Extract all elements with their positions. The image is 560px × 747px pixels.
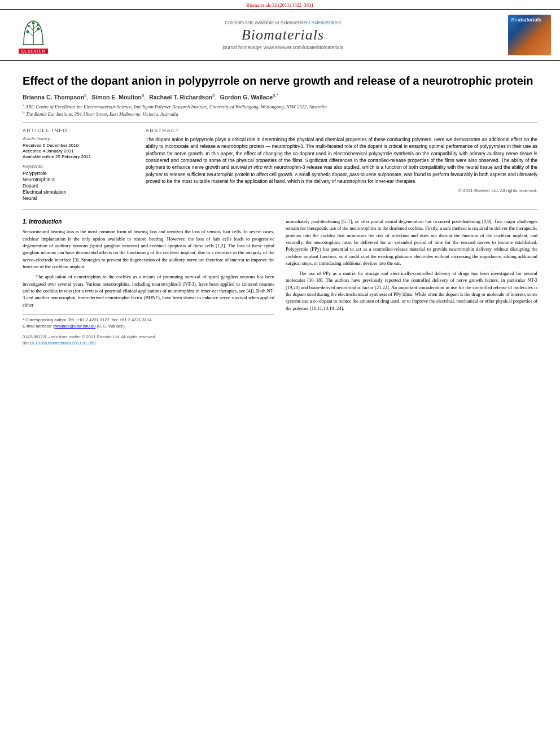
- body-col-right: immediately post-deafening [5–7], or aft…: [286, 218, 537, 346]
- affiliations: a ARC Centre of Excellence for Electroma…: [23, 103, 537, 118]
- article-info-col: ARTICLE INFO Article history: Received 6…: [23, 128, 135, 202]
- article-info-header: ARTICLE INFO: [23, 128, 135, 133]
- received-date: Received 6 December 2010: [23, 143, 135, 148]
- page-wrapper: Biomaterials 32 (2011) 3822–3831: [0, 0, 560, 352]
- history-label: Article history:: [23, 136, 135, 141]
- author-4: Gordon G. Wallace: [220, 94, 273, 101]
- footnote-email-link[interactable]: gwallace@uow.edu.au: [53, 324, 95, 329]
- divider-2: [23, 209, 537, 210]
- abstract-col: ABSTRACT The dopant anion in polypyrrole…: [146, 128, 537, 202]
- svg-point-9: [37, 24, 39, 26]
- sciencedirect-line: Contents lists available at ScienceDirec…: [64, 20, 501, 25]
- right-para-2: The use of PPy as a matrix for storage a…: [286, 270, 537, 312]
- author-1: Brianna C. Thompson: [23, 94, 84, 101]
- info-abstract-section: ARTICLE INFO Article history: Received 6…: [23, 128, 537, 202]
- svg-point-6: [26, 30, 29, 33]
- doi-line: doi:10.1016/j.biomaterials.2011.01.053: [23, 340, 274, 347]
- keyword-5: Neural: [23, 195, 135, 201]
- accepted-date: Accepted 4 January 2011: [23, 148, 135, 154]
- doi-link[interactable]: 10.1016/j.biomaterials.2011.01.053: [29, 340, 95, 346]
- keyword-3: Dopant: [23, 183, 135, 189]
- footnote-email: E-mail address: gwallace@uow.edu.au (G.G…: [23, 324, 274, 330]
- affiliation-1: ARC Centre of Excellence for Electromate…: [25, 103, 327, 109]
- keyword-1: Polypyrrole: [23, 171, 135, 176]
- affiliation-2: The Bionic Ear Institute, 384 Albert Str…: [26, 111, 178, 117]
- svg-point-10: [32, 22, 34, 25]
- abstract-text: The dopant anion in polypyrrole plays a …: [146, 136, 537, 185]
- sciencedirect-link[interactable]: ScienceDirect: [312, 20, 341, 25]
- authors-line: Brianna C. Thompsona, Simon E. Moultona,…: [23, 93, 537, 101]
- journal-header: ELSEVIER Contents lists available at Sci…: [0, 9, 560, 61]
- body-col-left: 1. Introduction Sensorineural hearing lo…: [23, 218, 274, 346]
- author-2: Simon E. Moulton: [91, 94, 142, 101]
- keywords-label: Keywords:: [23, 164, 135, 169]
- keyword-2: Neurotrophin-3: [23, 177, 135, 182]
- elsevier-label: ELSEVIER: [19, 49, 49, 54]
- available-date: Available online 25 February 2011: [23, 154, 135, 159]
- body-content: 1. Introduction Sensorineural hearing lo…: [23, 218, 537, 346]
- svg-point-8: [28, 25, 30, 27]
- footnote-section: * Corresponding author. Tel.: +61 2 4221…: [23, 314, 274, 330]
- journal-title: Biomaterials: [64, 27, 501, 43]
- author-3: Rachael T. Richardson: [149, 94, 212, 101]
- svg-point-7: [37, 28, 40, 30]
- article-body: Effect of the dopant anion in polypyrrol…: [0, 61, 560, 352]
- right-para-1: immediately post-deafening [5–7], or aft…: [286, 218, 537, 267]
- article-title: Effect of the dopant anion in polypyrrol…: [23, 73, 537, 88]
- abstract-header: ABSTRACT: [146, 128, 537, 133]
- keyword-4: Electrical stimulation: [23, 189, 135, 195]
- copyright-notice: © 2011 Elsevier Ltd. All rights reserved…: [146, 188, 537, 193]
- elsevier-tree-icon: [18, 16, 49, 47]
- intro-title: 1. Introduction: [23, 218, 274, 226]
- journal-citation-bar: Biomaterials 32 (2011) 3822–3831: [0, 0, 560, 9]
- logo-text: Biomaterials: [511, 17, 541, 23]
- journal-logo-right: Biomaterials: [507, 15, 552, 55]
- intro-para-2: The application of neurotrophins to the …: [23, 273, 274, 308]
- intro-para-1: Sensorineural hearing loss is the most c…: [23, 228, 274, 270]
- journal-citation: Biomaterials 32 (2011) 3822–3831: [247, 2, 314, 8]
- footnote-corresponding: * Corresponding author. Tel.: +61 2 4221…: [23, 317, 274, 324]
- journal-info-bottom: 0142-9612/$ – see front matter © 2011 El…: [23, 334, 274, 347]
- journal-center: Contents lists available at ScienceDirec…: [64, 20, 501, 50]
- biomaterials-logo: Biomaterials: [508, 15, 551, 55]
- keywords-section: Keywords: Polypyrrole Neurotrophin-3 Dop…: [23, 164, 135, 201]
- journal-homepage: journal homepage: www.elsevier.com/locat…: [64, 45, 501, 50]
- issn-line: 0142-9612/$ – see front matter © 2011 El…: [23, 334, 274, 340]
- elsevier-logo-area: ELSEVIER: [8, 16, 59, 54]
- divider-1: [23, 123, 537, 123]
